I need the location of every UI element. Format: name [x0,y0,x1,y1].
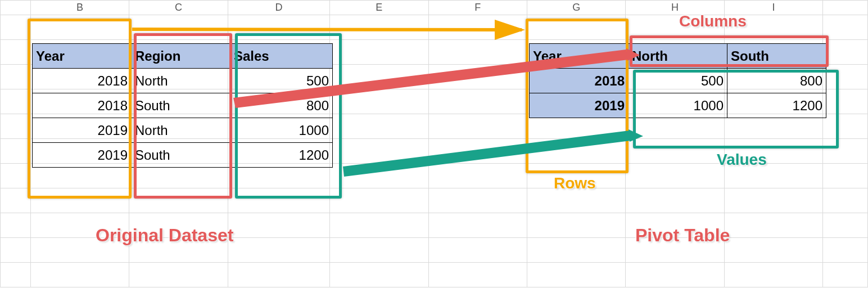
source-header-year[interactable]: Year [33,44,132,69]
source-header-sales[interactable]: Sales [230,44,333,69]
pivot-cell[interactable]: 1000 [629,93,727,118]
pivot-cell[interactable]: 800 [727,69,826,93]
col-header[interactable]: H [626,1,724,15]
pivot-row-header[interactable]: 2019 [530,93,629,118]
pivot-row-label[interactable]: Year [530,44,629,69]
col-header[interactable]: F [428,1,527,15]
col-header[interactable]: B [30,1,129,15]
source-dataset-table: Year Region Sales 2018 North 500 2018 So… [32,43,333,168]
cell[interactable]: South [132,93,230,118]
pivot-row-header[interactable]: 2018 [530,69,629,93]
col-header[interactable]: I [724,1,822,15]
cell[interactable]: 2019 [33,118,132,143]
cell[interactable]: 1000 [230,118,333,143]
cell[interactable]: North [132,118,230,143]
cell[interactable]: 2019 [33,143,132,168]
col-header[interactable]: E [330,1,428,15]
cell[interactable]: 800 [230,93,333,118]
pivot-table: Year North South 2018 500 800 2019 1000 … [529,43,826,118]
source-header-region[interactable]: Region [132,44,230,69]
col-header[interactable]: G [527,1,625,15]
cell[interactable]: 2018 [33,93,132,118]
col-header[interactable]: D [228,1,329,15]
cell[interactable]: 2018 [33,69,132,93]
pivot-cell[interactable]: 500 [629,69,727,93]
cell[interactable]: 1200 [230,143,333,168]
pivot-cell[interactable]: 1200 [727,93,826,118]
col-header[interactable]: C [129,1,228,15]
pivot-col-header[interactable]: North [629,44,727,69]
cell[interactable]: 500 [230,69,333,93]
cell[interactable]: North [132,69,230,93]
cell[interactable]: South [132,143,230,168]
pivot-col-header[interactable]: South [727,44,826,69]
